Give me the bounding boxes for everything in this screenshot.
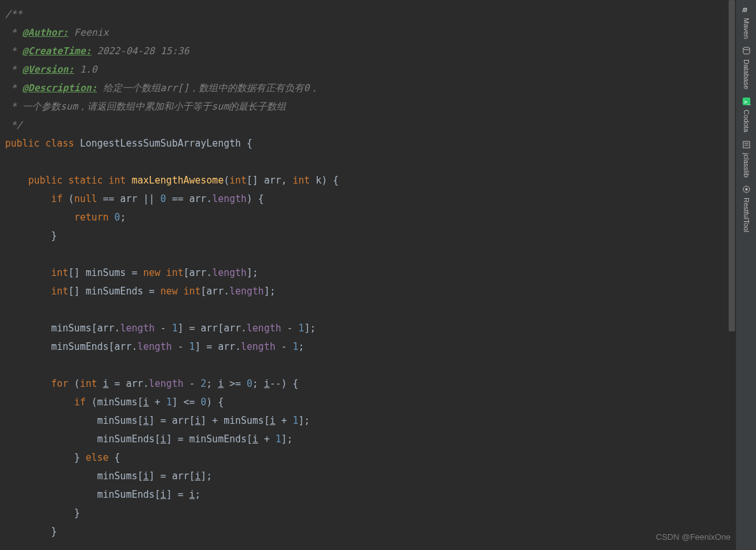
doc-author-label: @Author: xyxy=(22,27,68,38)
doc-description-line2: * 一个参数sum，请返回数组中累加和小于等于sum的最长子数组 xyxy=(5,101,286,112)
maven-icon: m xyxy=(741,4,752,15)
sidebar-item-jclasslib[interactable]: jclasslib xyxy=(738,138,755,178)
svg-rect-4 xyxy=(743,141,750,148)
code-line: int[] minSums = new int[arr.length]; xyxy=(5,264,736,282)
comment-open: /** xyxy=(5,8,22,20)
doc-version-label: @Version: xyxy=(22,64,74,75)
doc-author-val: Feenix xyxy=(68,27,108,38)
doc-createtime-val: 2022-04-28 15:36 xyxy=(91,45,189,57)
code-line: minSumEnds[i] = minSumEnds[i + 1]; xyxy=(5,430,736,449)
svg-point-8 xyxy=(745,188,748,191)
code-line: if (null == arr || 0 == arr.length) { xyxy=(5,190,736,208)
svg-text:m: m xyxy=(742,5,748,14)
scrollbar-thumb[interactable] xyxy=(729,0,735,331)
code-line: minSumEnds[i] = i; xyxy=(5,486,736,504)
code-line: } xyxy=(5,504,736,523)
sidebar-item-maven[interactable]: m Maven xyxy=(738,3,755,39)
code-line: minSums[i] = arr[i] + minSums[i + 1]; xyxy=(5,412,736,430)
code-line: } xyxy=(5,523,736,541)
sidebar-item-database[interactable]: Database xyxy=(738,44,755,89)
code-line: if (minSums[i + 1] <= 0) { xyxy=(5,393,736,412)
watermark-text: CSDN @FeenixOne xyxy=(656,528,731,546)
code-line: minSumEnds[arr.length - 1] = arr.length … xyxy=(5,338,736,356)
doc-createtime-label: @CreateTime: xyxy=(22,45,91,57)
method-signature: public static int maxLengthAwesome(int[]… xyxy=(5,171,736,190)
code-line: int[] minSumEnds = new int[arr.length]; xyxy=(5,282,736,301)
codota-icon: >_ xyxy=(741,96,752,106)
sidebar-item-label: RestfulTool xyxy=(737,198,755,232)
doc-description-label: @Description: xyxy=(22,82,97,94)
code-line: for (int i = arr.length - 2; i >= 0; i--… xyxy=(5,375,736,393)
code-line: return 0; xyxy=(5,208,736,227)
code-line: minSums[arr.length - 1] = arr[arr.length… xyxy=(5,319,736,338)
svg-text:>_: >_ xyxy=(744,99,751,105)
sidebar-item-label: Codota xyxy=(737,110,755,132)
tool-window-sidebar: m Maven Database >_ Codota jclasslib Res… xyxy=(736,0,756,550)
code-line: } else { xyxy=(5,449,736,467)
sidebar-item-codota[interactable]: >_ Codota xyxy=(738,94,755,132)
sidebar-item-restfultool[interactable]: RestfulTool xyxy=(738,182,755,232)
class-declaration: public class LongestLessSumSubArrayLengt… xyxy=(5,134,736,153)
sidebar-item-label: Database xyxy=(737,59,755,89)
jclasslib-icon xyxy=(741,140,752,150)
code-line: } xyxy=(5,227,736,245)
code-editor[interactable]: /** * @Author: Feenix * @CreateTime: 202… xyxy=(0,0,736,550)
doc-description-val: 给定一个数组arr[]，数组中的数据有正有负有0， xyxy=(97,82,319,94)
code-line: minSums[i] = arr[i]; xyxy=(5,467,736,486)
sidebar-item-label: Maven xyxy=(737,18,755,39)
database-icon xyxy=(741,46,752,56)
doc-version-val: 1.0 xyxy=(74,64,97,75)
restfultool-icon xyxy=(741,184,752,194)
sidebar-item-label: jclasslib xyxy=(737,153,755,178)
comment-close: */ xyxy=(5,119,22,131)
svg-point-1 xyxy=(743,47,750,50)
